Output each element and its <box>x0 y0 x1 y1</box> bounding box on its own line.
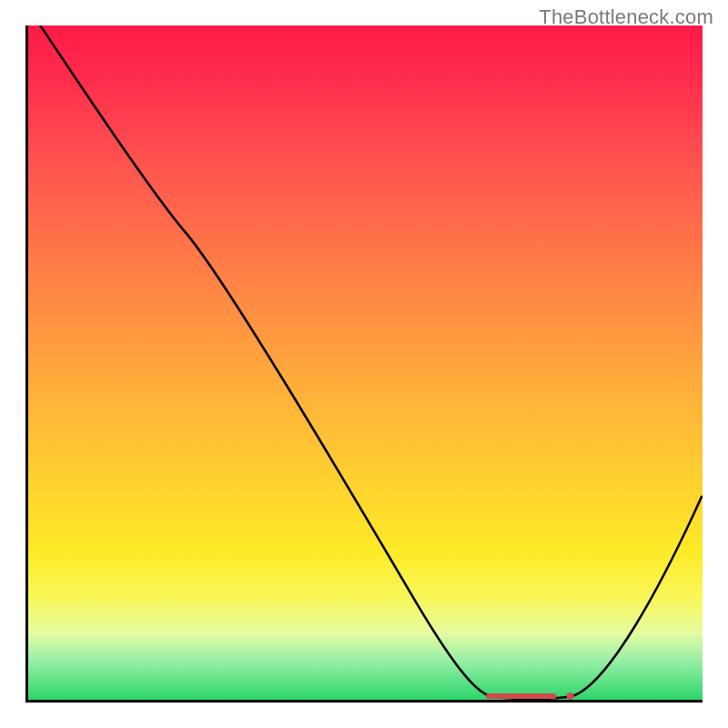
chart-container: TheBottleneck.com <box>0 0 728 728</box>
bottleneck-curve <box>39 25 702 699</box>
plot-frame <box>25 25 703 703</box>
curve-layer <box>28 25 703 700</box>
optimal-range-endcap <box>567 693 574 700</box>
